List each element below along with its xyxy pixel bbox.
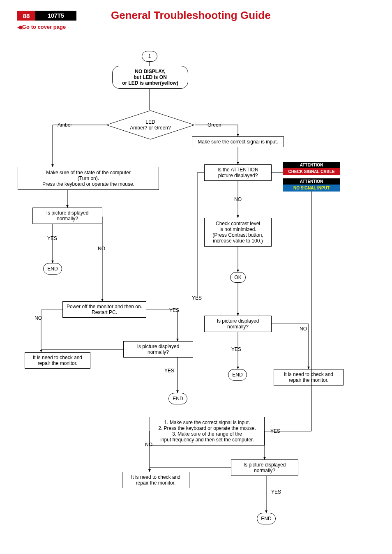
label-yes-3: YES xyxy=(231,346,241,352)
process-restart-monitor: Power off the monitor and then on. Resta… xyxy=(62,301,146,318)
attention-header-2: ATTENTION xyxy=(283,178,340,185)
terminator-ok: OK xyxy=(230,272,246,283)
decision-picture-normal-4: Is picture displayed normally? xyxy=(231,459,298,476)
model-box: 107T5 xyxy=(35,11,76,21)
process-repair-1: It is need to check and repair the monit… xyxy=(25,352,90,369)
label-yes-2a: YES xyxy=(169,307,179,313)
label-amber-branch: Amber xyxy=(58,122,72,128)
label-no-4: NO xyxy=(300,326,307,332)
terminator-end-3: END xyxy=(228,369,247,381)
process-attention-steps: 1. Make sure the correct signal is input… xyxy=(150,417,265,446)
terminator-start-number: 1 xyxy=(142,51,157,62)
label-no-1: NO xyxy=(98,246,105,252)
terminator-end-4: END xyxy=(257,513,276,524)
go-to-cover-link[interactable]: ◀◀ Go to cover page xyxy=(17,24,66,30)
flow-connectors xyxy=(0,0,392,554)
label-yes-1: YES xyxy=(47,235,57,241)
attention-msg-2: NO SIGNAL INPUT xyxy=(283,185,340,192)
label-no-5: NO xyxy=(145,442,152,448)
attention-msg-1: CHECK SIGNAL CABLE xyxy=(283,168,340,175)
label-no-2: NO xyxy=(35,315,42,321)
label-green-branch: Green xyxy=(208,122,221,128)
rewind-icon: ◀◀ xyxy=(17,24,20,30)
label-yes-2: YES xyxy=(164,368,174,374)
terminator-end-2: END xyxy=(168,393,187,404)
decision-picture-normal-1: Is picture displayed normally? xyxy=(32,208,102,224)
decision-attention-displayed: Is the ATTENTION picture displayed? xyxy=(204,164,272,181)
page-title: General Troubleshooting Guide xyxy=(111,9,271,22)
label-no-3: NO xyxy=(234,196,242,202)
process-check-pc: Make sure of the state of the computer (… xyxy=(18,167,159,190)
attention-no-signal: ATTENTION NO SIGNAL INPUT xyxy=(283,178,340,192)
decision-led-color-text: LED Amber? or Green? xyxy=(106,110,195,140)
decision-picture-normal-2: Is picture displayed normally? xyxy=(123,341,193,358)
process-repair-2: It is need to check and repair the monit… xyxy=(274,369,344,385)
terminator-start-title: NO DISPLAY, but LED is ON or LED is ambe… xyxy=(112,66,188,89)
process-correct-signal: Make sure the correct signal is input. xyxy=(192,136,284,147)
process-check-contrast: Check contrast level is not minimized. (… xyxy=(204,218,272,247)
terminator-end-1: END xyxy=(43,263,62,275)
label-yes-4: YES xyxy=(271,489,281,495)
process-repair-3: It is need to check and repair the monit… xyxy=(122,472,189,488)
decision-led-color: LED Amber? or Green? xyxy=(106,110,195,140)
cover-link-label: Go to cover page xyxy=(22,24,66,30)
attention-header-1: ATTENTION xyxy=(283,162,340,168)
page-number-box: 88 xyxy=(17,11,35,21)
label-yes-4a: YES xyxy=(270,428,280,434)
label-yes-attnbranch: YES xyxy=(192,295,202,301)
decision-picture-normal-3: Is picture displayed normally? xyxy=(204,316,272,332)
attention-check-signal: ATTENTION CHECK SIGNAL CABLE xyxy=(283,162,340,175)
